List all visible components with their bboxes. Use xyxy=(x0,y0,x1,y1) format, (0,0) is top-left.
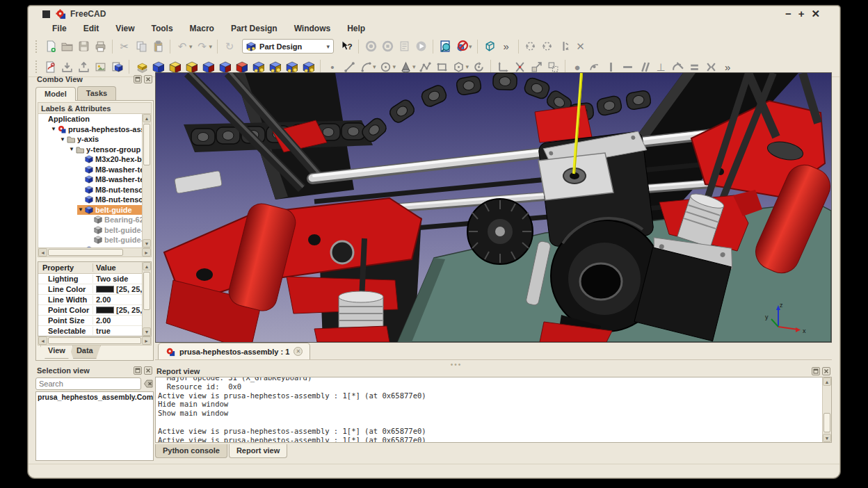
property-row-point-color[interactable]: Point Color [25, 25, 25] xyxy=(38,305,142,316)
menu-windows[interactable]: Windows xyxy=(287,22,338,35)
fit-all-icon[interactable] xyxy=(437,38,453,55)
import-icon[interactable] xyxy=(58,58,75,75)
menu-view[interactable]: View xyxy=(108,22,141,35)
menu-help[interactable]: Help xyxy=(340,22,372,35)
tree-item-belt-guide[interactable]: ▼ belt-guide xyxy=(38,205,142,215)
title-bar[interactable]: FreeCAD −+✕ xyxy=(29,6,839,22)
macros-dialog-icon[interactable] xyxy=(396,38,412,55)
save-icon[interactable] xyxy=(75,38,92,55)
scroll-up-icon[interactable]: ▲ xyxy=(143,262,151,270)
open-file-icon[interactable] xyxy=(58,38,75,55)
export-icon[interactable] xyxy=(75,58,92,75)
tab-tasks[interactable]: Tasks xyxy=(77,86,116,100)
tree-expander-icon[interactable]: ▼ xyxy=(59,136,66,143)
view-overflow-icon[interactable]: » xyxy=(498,38,515,55)
refresh-icon[interactable]: ↻ xyxy=(221,38,238,55)
close-button[interactable]: ✕ xyxy=(811,9,820,19)
props-vscrollbar[interactable]: ▲ ▼ xyxy=(142,262,151,336)
copy-icon[interactable] xyxy=(133,38,150,55)
menu-file[interactable]: File xyxy=(45,22,74,35)
macro-play-icon[interactable] xyxy=(412,38,429,55)
merge-sketch-icon[interactable]: ✕ xyxy=(572,38,589,55)
scroll-right-icon[interactable]: ► xyxy=(142,336,151,345)
tree-item-application[interactable]: Application xyxy=(38,114,142,124)
clear-search-icon[interactable] xyxy=(143,378,154,389)
new-file-icon[interactable] xyxy=(42,38,58,55)
property-value[interactable]: Two side xyxy=(93,275,142,283)
float-panel-icon[interactable] xyxy=(812,367,820,375)
isometric-view-icon[interactable] xyxy=(481,38,498,55)
whats-this-icon[interactable]: ? xyxy=(338,38,355,55)
menu-edit[interactable]: Edit xyxy=(77,22,106,35)
property-row-point-size[interactable]: Point Size 2.00 xyxy=(38,316,142,326)
tree-item-bearing-623z[interactable]: Bearing-623z xyxy=(38,215,142,225)
menu-tools[interactable]: Tools xyxy=(144,22,179,35)
tree-item-m8-washer-tenso[interactable]: M8-washer-tenso xyxy=(38,165,142,175)
property-row-selectable[interactable]: Selectable true xyxy=(38,326,142,336)
property-value[interactable]: true xyxy=(93,327,142,335)
paste-icon[interactable] xyxy=(150,38,166,55)
scroll-left-icon[interactable]: ◄ xyxy=(38,248,47,257)
menu-macro[interactable]: Macro xyxy=(183,22,221,35)
scroll-thumb[interactable] xyxy=(823,413,830,432)
float-panel-icon[interactable] xyxy=(134,366,142,375)
property-row-lighting[interactable]: Lighting Two side xyxy=(38,274,142,284)
tree-vscrollbar[interactable]: ▲ ▼ xyxy=(142,114,151,247)
props-hscrollbar[interactable]: ◄ ► xyxy=(38,336,152,345)
report-vscrollbar[interactable]: ▲ ▼ xyxy=(822,377,831,442)
tree-item-belt-guide-ha[interactable]: belt-guide-ha xyxy=(38,235,142,245)
scroll-down-icon[interactable]: ▼ xyxy=(143,239,151,247)
window-menu-icon[interactable] xyxy=(42,10,50,18)
tree-item-m8-washer-tenso[interactable]: M8-washer-tenso xyxy=(38,174,142,185)
draw-style-icon[interactable] xyxy=(453,38,470,55)
section-view-icon[interactable] xyxy=(108,58,125,75)
scroll-left-icon[interactable]: ◄ xyxy=(38,336,47,345)
edit-sketch-icon[interactable] xyxy=(522,38,539,55)
tree-item-y-axis[interactable]: ▼y-axis xyxy=(38,134,142,145)
scroll-down-icon[interactable]: ▼ xyxy=(823,434,831,442)
tab-report-view[interactable]: Report view xyxy=(229,444,287,458)
validate-sketch-icon[interactable] xyxy=(556,38,572,55)
close-panel-icon[interactable] xyxy=(144,366,152,375)
property-row-line-color[interactable]: Line Color [25, 25, 25] xyxy=(38,284,142,295)
reorient-sketch-icon[interactable] xyxy=(539,38,556,55)
scroll-thumb[interactable] xyxy=(143,124,150,165)
tree-item-belt-guide-ha[interactable]: belt-guide-ha xyxy=(38,225,142,236)
minimize-button[interactable]: − xyxy=(785,9,791,19)
property-value[interactable]: [25, 25, 25] xyxy=(93,306,142,314)
tab-python-console[interactable]: Python console xyxy=(155,444,227,458)
tree-item-m8-nut-tensor-1[interactable]: M8-nut-tensor-1 xyxy=(38,185,142,195)
document-tab[interactable]: prusa-hephestos-assembly : 1 ✕ xyxy=(158,343,310,359)
menu-part-design[interactable]: Part Design xyxy=(224,22,284,35)
scroll-right-icon[interactable]: ► xyxy=(142,248,151,257)
maximize-button[interactable]: + xyxy=(798,9,805,19)
viewport-3d[interactable]: z x y xyxy=(155,72,832,343)
close-document-icon[interactable]: ✕ xyxy=(294,347,303,356)
tab-model[interactable]: Model xyxy=(35,87,76,101)
scroll-up-icon[interactable]: ▲ xyxy=(143,114,151,122)
close-panel-icon[interactable] xyxy=(144,75,152,83)
create-sketch-icon[interactable] xyxy=(42,58,58,75)
tree-item-prusa-hephestos-assembly[interactable]: ▼prusa-hephestos-assembly xyxy=(38,124,142,135)
toolbar-handle[interactable] xyxy=(35,40,39,53)
scroll-thumb[interactable] xyxy=(48,337,141,344)
property-row-line-width[interactable]: Line Width 2.00 xyxy=(38,295,142,305)
tree-item-y-tensor-group[interactable]: ▼y-tensor-group xyxy=(38,145,142,155)
search-input[interactable] xyxy=(35,377,141,390)
property-value[interactable]: 2.00 xyxy=(93,295,142,304)
undo-icon[interactable]: ↶ xyxy=(174,38,191,55)
workbench-selector[interactable]: Part Design ▾ xyxy=(242,39,334,54)
property-value[interactable]: [25, 25, 25] xyxy=(93,285,142,293)
toolbar-handle[interactable] xyxy=(35,60,39,73)
scroll-down-icon[interactable]: ▼ xyxy=(143,327,151,336)
scroll-thumb[interactable] xyxy=(143,272,150,310)
tree-expander-icon[interactable]: ▼ xyxy=(68,146,75,152)
tree-item-m8-nut-tensor-2[interactable]: M8-nut-tensor-2 xyxy=(38,195,142,205)
tree-expander-icon[interactable]: ▼ xyxy=(50,126,57,132)
sketch-view-icon[interactable] xyxy=(92,58,108,75)
redo-icon[interactable]: ↷ xyxy=(194,38,211,55)
float-panel-icon[interactable] xyxy=(134,75,142,83)
tab-data[interactable]: Data xyxy=(69,345,101,359)
selection-list-item[interactable]: prusa_hephestos_assembly.CompoundC xyxy=(36,392,153,402)
tab-view[interactable]: View xyxy=(40,345,73,359)
